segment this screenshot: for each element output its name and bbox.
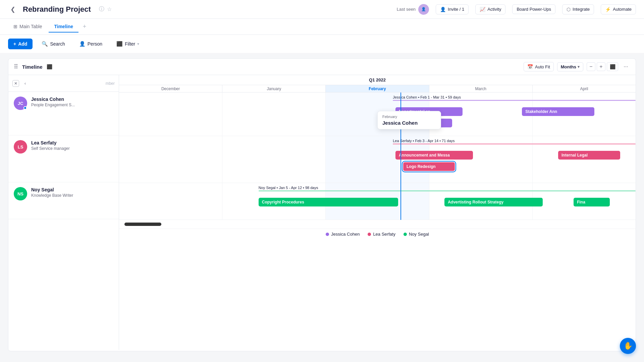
legend-item-jessica: Jessica Cohen [326,232,360,237]
lea-range-bar [393,143,636,144]
jessica-avatar: JC [14,97,27,110]
timeline-body: ✕ ‹ mber JC Jessica Cohen People Engagem… [8,75,636,350]
gantt-bar-stakeholder[interactable]: Stakeholder Ann [522,107,594,116]
person-filter-icon: 👤 [79,41,86,47]
tab-timeline[interactable]: Timeline [49,21,78,33]
zoom-in-button[interactable]: + [597,62,605,71]
december-label: mber [106,81,115,86]
gantt-bar-logo-redesign[interactable]: Logo Redesign [403,162,455,171]
month-february: February [326,85,429,92]
noy-range-bar [259,190,636,191]
gantt-bar-final[interactable]: Fina [574,198,610,206]
lea-date-range: Lea Serfaty • Feb 3 - Apr 14 • 71 days [393,139,454,143]
noy-name: Noy Segal [31,187,113,192]
title-icons: ⓘ ☆ [99,6,112,13]
tooltip-month: February [382,115,436,119]
gantt-row-noy: Noy Segal • Jan 5 - Apr 12 • 98 days Cop… [119,183,636,220]
fit-button[interactable]: ⬛ [607,62,618,71]
more-options-button[interactable]: ··· [622,62,630,71]
timeline-label: Timeline [22,64,43,70]
board-powerups-button[interactable]: Board Power-Ups [512,4,555,14]
list-item[interactable]: JC Jessica Cohen People Engagement S... [8,92,119,135]
invite-button[interactable]: 👤 Invite / 1 [436,4,469,14]
jessica-range-bar [393,100,636,101]
lea-december-cell [119,136,222,183]
person-filter-button[interactable]: 👤 Person [74,38,107,50]
close-left-panel-button[interactable]: ✕ [12,80,19,87]
person-icon: 👤 [440,7,446,12]
info-icon[interactable]: ⓘ [99,6,104,13]
left-panel: ✕ ‹ mber JC Jessica Cohen People Engagem… [8,75,119,350]
grid-icon[interactable]: ⠿ [14,63,18,70]
last-seen-label: Last seen [397,7,416,12]
autofit-button[interactable]: 📅 Auto Fit [524,62,554,71]
timeline-container: ⠿ Timeline ⬛ 📅 Auto Fit Months ▾ − + ⬛ ·… [8,58,636,351]
tooltip-name: Jessica Cohen [382,120,436,126]
months-header: December January February March April [119,85,636,93]
legend-item-lea: Lea Serfaty [368,232,395,237]
gantt-bar-advertising[interactable]: Advertisting Rollout Strategy [444,198,543,206]
activity-icon: 📈 [480,7,485,12]
left-panel-header: ✕ ‹ mber [8,75,119,92]
integrate-button[interactable]: ⬡ Integrate [562,4,594,14]
gantt-bar-announcement[interactable]: Announcement and Messa [395,151,473,160]
jessica-info: Jessica Cohen People Engagement S... [31,97,113,107]
help-button[interactable]: ✋ [620,338,636,354]
jessica-name: Jessica Cohen [31,97,113,102]
jessica-role: People Engagement S... [31,103,113,107]
noy-info: Noy Segal Knowledge Base Writer [31,187,113,198]
search-button[interactable]: 🔍 Search [37,38,70,50]
status-dot [23,106,27,110]
automate-button[interactable]: ⚡ Automate [601,4,636,14]
filter-button[interactable]: ⬛ Filter ▾ [111,38,144,50]
filter-icon: ⬛ [116,41,123,47]
gantt-bar-internal-legal[interactable]: Internal Legal [558,151,620,160]
noy-december-cell [119,183,222,220]
lea-avatar: LS [14,140,27,154]
zoom-out-button[interactable]: − [587,62,595,71]
top-bar: ❮ Rebranding Project ⓘ ☆ Last seen 👤 👤 I… [0,0,644,19]
lea-name: Lea Serfaty [31,140,113,145]
timeline-header-bar: ⠿ Timeline ⬛ 📅 Auto Fit Months ▾ − + ⬛ ·… [8,59,636,75]
timeline-controls: 📅 Auto Fit Months ▾ − + ⬛ ··· [524,62,630,71]
legend-dot-noy [404,233,407,236]
month-december: December [119,85,222,92]
lea-info: Lea Serfaty Self Service manager [31,140,113,151]
legend-dot-jessica [326,233,329,236]
months-select[interactable]: Months ▾ [557,62,583,71]
tab-bar: ⊞ Main Table Timeline + [0,19,644,35]
gantt-rows: Jessica Cohen • Feb 1 - Mar 31 • 59 days… [119,93,636,220]
noy-date-range: Noy Segal • Jan 5 - Apr 12 • 98 days [259,186,318,190]
month-january: January [222,85,326,92]
month-april: April [533,85,636,92]
help-icon: ✋ [624,342,633,350]
gantt-bar-copyright[interactable]: Copyright Procedures [259,198,398,206]
list-item[interactable]: NS Noy Segal Knowledge Base Writer [8,182,119,219]
add-tab-button[interactable]: + [80,22,89,32]
list-item[interactable]: LS Lea Serfaty Self Service manager [8,135,119,182]
quarter-header: Q1 2022 [119,75,636,85]
top-right-actions: Last seen 👤 👤 Invite / 1 📈 Activity Boar… [397,4,636,15]
lea-role: Self Service manager [31,146,113,151]
calendar-icon: 📅 [527,64,533,69]
tooltip-popup: February Jessica Cohen [377,111,441,129]
last-seen: Last seen 👤 [397,4,429,15]
sidebar-collapse-button[interactable]: ❮ [8,5,17,14]
chevron-down-icon: ▾ [578,65,580,69]
activity-button[interactable]: 📈 Activity [475,4,505,14]
tab-main-table[interactable]: ⊞ Main Table [8,21,47,33]
legend-item-noy: Noy Segal [404,232,429,237]
timeline-filter-icon[interactable]: ⬛ [47,64,52,69]
legend: Jessica Cohen Lea Serfaty Noy Segal [119,229,636,239]
collapse-left-button[interactable]: ‹ [22,80,29,87]
star-icon[interactable]: ☆ [107,6,112,12]
jessica-date-range: Jessica Cohen • Feb 1 - Mar 31 • 59 days [393,95,461,99]
filter-chevron-icon: ▾ [137,42,139,46]
avatar: 👤 [418,4,429,15]
add-button[interactable]: + Add [8,39,33,49]
plus-icon: + [13,41,16,47]
gantt-row-lea: Lea Serfaty • Feb 3 - Apr 14 • 71 days A… [119,136,636,183]
noy-avatar: NS [14,187,27,200]
toolbar: + Add 🔍 Search 👤 Person ⬛ Filter ▾ [0,35,644,53]
horizontal-scrollbar-thumb[interactable] [124,223,161,226]
